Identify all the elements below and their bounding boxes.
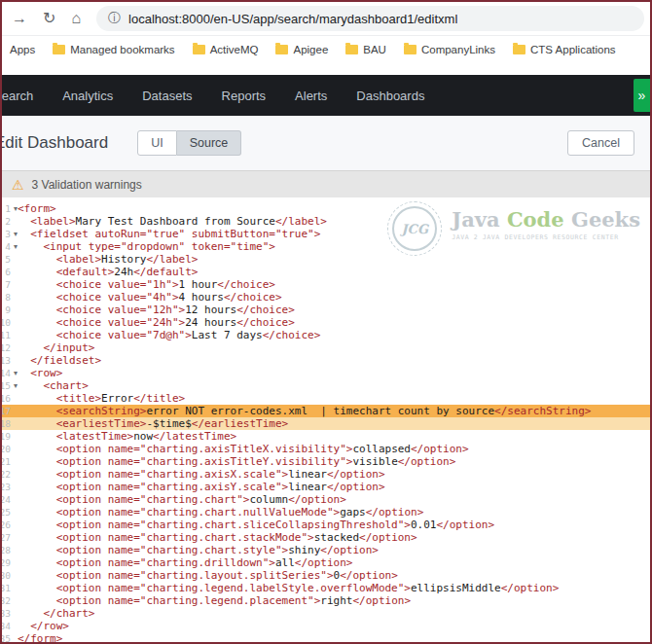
nav-item-reports[interactable]: Reports — [222, 89, 267, 103]
editor-line[interactable]: 18 <earliestTime>-$time$</earliestTime> — [2, 417, 650, 430]
line-number: 16 — [2, 392, 18, 405]
editor-line[interactable]: 27 <option name="charting.chart.stackMod… — [2, 531, 650, 544]
editor-line[interactable]: 19 <latestTime>now</latestTime> — [2, 430, 650, 443]
site-info-icon[interactable]: ⓘ — [108, 10, 121, 27]
chrome-divider — [2, 63, 650, 75]
bookmark-label: Apigee — [293, 44, 328, 55]
bookmark-item[interactable]: Apigee — [275, 44, 328, 55]
editor-line[interactable]: 32 <option name="charting.legend.placeme… — [2, 594, 650, 607]
nav-item-search[interactable]: Search — [0, 89, 33, 103]
bookmark-item[interactable]: CompanyLinks — [404, 44, 495, 55]
editor-line[interactable]: 35</form> — [2, 632, 650, 642]
line-number: 11 — [2, 329, 18, 341]
reload-icon[interactable]: ↻ — [43, 11, 55, 26]
editor-line[interactable]: 23 <option name="charting.axisY.scale">l… — [2, 481, 650, 493]
line-number: 31 — [2, 582, 18, 594]
line-number: 34 — [2, 620, 18, 632]
address-bar[interactable]: ⓘ localhost:8000/en-US/app/search/maryda… — [96, 6, 644, 31]
editor-line[interactable]: 20 <option name="charting.axisTitleX.vis… — [2, 443, 650, 455]
editor-line[interactable]: 3▾ <fieldset autoRun="true" submitButton… — [2, 228, 650, 240]
editor-line[interactable]: 34 </row> — [2, 620, 650, 632]
bookmark-item[interactable]: BAU — [345, 44, 386, 55]
editor-line[interactable]: 1▾<form> — [2, 202, 650, 215]
line-number: 4▾ — [2, 240, 18, 253]
bookmark-item[interactable]: CTS Applications — [513, 44, 616, 55]
editor-line[interactable]: 7 <choice value="1h">1 hour</choice> — [2, 278, 650, 291]
editor-line[interactable]: 5 <label>History</label> — [2, 253, 650, 266]
ui-mode-button[interactable]: UI — [137, 130, 177, 156]
editor-line[interactable]: 28 <option name="charting.chart.style">s… — [2, 544, 650, 556]
editor-line[interactable]: 2 <label>Mary Test Dashboard from Source… — [2, 215, 650, 228]
warning-triangle-icon: ⚠ — [12, 178, 24, 192]
browser-window: → ↻ ⌂ ⓘ localhost:8000/en-US/app/search/… — [0, 0, 652, 644]
editor-line[interactable]: 16 <title>Error</title> — [2, 392, 650, 405]
forward-icon[interactable]: → — [12, 11, 27, 26]
line-number: 27 — [2, 531, 18, 544]
nav-item-alerts[interactable]: Alerts — [295, 89, 327, 103]
page-header: Edit Dashboard UI Source Cancel — [2, 116, 650, 170]
editor-line[interactable]: 21 <option name="charting.axisTitleY.vis… — [2, 455, 650, 468]
fold-toggle-icon[interactable]: ▾ — [14, 367, 18, 379]
line-number: 13 — [2, 354, 18, 367]
line-number: 29 — [2, 556, 18, 569]
editor-line[interactable]: 31 <option name="charting.legend.labelSt… — [2, 582, 650, 594]
nav-item-analytics[interactable]: Analytics — [62, 89, 113, 103]
line-number: 35 — [2, 632, 18, 642]
editor-line[interactable]: 6 <default>24h</default> — [2, 266, 650, 278]
home-icon[interactable]: ⌂ — [71, 11, 81, 26]
editor-line[interactable]: 15▾ <chart> — [2, 379, 650, 392]
editor-line[interactable]: 17 <searchString>error NOT error-codes.x… — [2, 405, 650, 417]
xml-source-editor[interactable]: 1▾<form>2 <label>Mary Test Dashboard fro… — [2, 197, 650, 642]
fold-toggle-icon[interactable]: ▾ — [14, 379, 18, 392]
validation-warning-bar[interactable]: ⚠ 3 Validation warnings — [2, 170, 650, 197]
green-arrow-badge[interactable]: » — [634, 79, 650, 112]
line-number: 6 — [2, 266, 18, 278]
line-number: 32 — [2, 594, 18, 607]
editor-line[interactable]: 30 <option name="charting.layout.splitSe… — [2, 569, 650, 582]
source-mode-button[interactable]: Source — [177, 130, 242, 156]
nav-item-dashboards[interactable]: Dashboards — [356, 89, 424, 103]
editor-line[interactable]: 12 </input> — [2, 341, 650, 354]
line-number: 25 — [2, 506, 18, 519]
folder-icon — [404, 45, 417, 54]
folder-icon — [53, 45, 65, 54]
editor-line[interactable]: 24 <option name="charting.chart">column<… — [2, 493, 650, 506]
page-title: Edit Dashboard — [0, 133, 108, 153]
bookmark-label: BAU — [363, 44, 386, 55]
editor-lines: 1▾<form>2 <label>Mary Test Dashboard fro… — [2, 202, 650, 642]
fold-toggle-icon[interactable]: ▾ — [14, 228, 18, 240]
editor-mode-toggle: UI Source — [137, 130, 241, 156]
editor-line[interactable]: 22 <option name="charting.axisX.scale">l… — [2, 468, 650, 481]
line-number: 9 — [2, 304, 18, 316]
bookmark-item[interactable]: ActiveMQ — [193, 44, 259, 55]
app-navbar: SearchAnalyticsDatasetsReportsAlertsDash… — [2, 75, 650, 116]
cancel-button[interactable]: Cancel — [567, 130, 634, 156]
editor-line[interactable]: 25 <option name="charting.chart.nullValu… — [2, 506, 650, 519]
editor-line[interactable]: 10 <choice value="24h">24 hours</choice> — [2, 316, 650, 329]
editor-line[interactable]: 26 <option name="charting.chart.sliceCol… — [2, 519, 650, 531]
editor-line[interactable]: 4▾ <input type="dropdown" token="time"> — [2, 240, 650, 253]
folder-icon — [275, 45, 288, 54]
bookmark-item[interactable]: Managed bookmarks — [53, 44, 174, 55]
editor-line[interactable]: 29 <option name="charting.drilldown">all… — [2, 556, 650, 569]
editor-line[interactable]: 9 <choice value="12h">12 hours</choice> — [2, 304, 650, 316]
editor-line[interactable]: 33 </chart> — [2, 607, 650, 620]
line-number: 3▾ — [2, 228, 18, 240]
line-number: 26 — [2, 519, 18, 531]
line-number: 18 — [2, 417, 18, 430]
bookmark-label: Managed bookmarks — [70, 44, 174, 55]
folder-icon — [345, 45, 358, 54]
line-number: 10 — [2, 316, 18, 329]
nav-item-datasets[interactable]: Datasets — [142, 89, 192, 103]
line-number: 19 — [2, 430, 18, 443]
editor-line[interactable]: 14▾ <row> — [2, 367, 650, 379]
editor-line[interactable]: 13 </fieldset> — [2, 354, 650, 367]
bookmark-label: CompanyLinks — [421, 44, 495, 55]
fold-toggle-icon[interactable]: ▾ — [14, 240, 18, 253]
fold-toggle-icon[interactable]: ▾ — [14, 202, 18, 215]
editor-line[interactable]: 11 <choice value="7d@h">Last 7 days</cho… — [2, 329, 650, 341]
editor-line[interactable]: 8 <choice value="4h">4 hours</choice> — [2, 291, 650, 304]
line-number: 12 — [2, 341, 18, 354]
bookmark-label: Apps — [10, 44, 35, 55]
bookmark-item[interactable]: Apps — [10, 44, 35, 55]
